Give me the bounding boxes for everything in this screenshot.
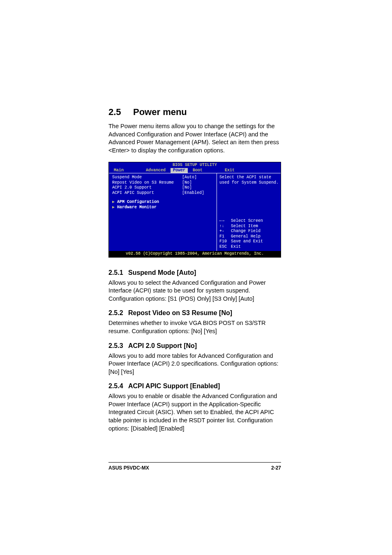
- subsection-body: Allows you to add more tables for Advanc…: [108, 352, 281, 376]
- bios-options-pane: Suspend Mode [Auto] Repost Video on S3 R…: [109, 173, 217, 251]
- key-icon: ESC: [219, 244, 231, 250]
- subsection-number: 2.5.2: [108, 309, 128, 317]
- tab-main[interactable]: Main: [111, 168, 126, 173]
- tab-advanced[interactable]: Advanced: [143, 168, 168, 173]
- bios-option-label: Repost Video on S3 Resume: [112, 180, 182, 186]
- bios-option-label: ACPI 2.0 Support: [112, 185, 182, 191]
- triangle-icon: ▶: [112, 200, 115, 204]
- bios-help-pane: Select the ACPI state used for System Su…: [217, 173, 281, 251]
- tab-power[interactable]: Power: [171, 168, 188, 173]
- subsection-body: Determines whether to invoke VGA BIOS PO…: [108, 319, 281, 335]
- triangle-icon: ▶: [112, 205, 115, 210]
- bios-option-value: [No]: [182, 180, 192, 186]
- key-desc: Select Item: [231, 224, 258, 228]
- bios-window: BIOS SETUP UTILITY Main Advanced Power B…: [108, 162, 281, 258]
- bios-submenu[interactable]: ▶APM Configuration: [112, 200, 214, 205]
- intro-paragraph: The Power menu items allow you to change…: [108, 122, 281, 154]
- bios-option-row[interactable]: Repost Video on S3 Resume [No]: [112, 180, 214, 186]
- subsection-body: Allows you to select the Advanced Config…: [108, 279, 281, 303]
- bios-tabs: Main Advanced Power Boot Exit: [109, 168, 281, 173]
- subsection-title: Repost Video on S3 Resume [No]: [128, 309, 232, 316]
- bios-submenu-label: Hardware Monitor: [117, 205, 157, 210]
- subsection-number: 2.5.3: [108, 342, 128, 350]
- tab-exit[interactable]: Exit: [222, 168, 237, 173]
- bios-option-row[interactable]: ACPI APIC Support [Enabled]: [112, 191, 214, 196]
- footer-left: ASUS P5VDC-MX: [108, 465, 149, 471]
- key-icon: ←→: [219, 219, 231, 224]
- key-desc: Select Screen: [231, 219, 263, 223]
- subsection-heading: 2.5.1Suspend Mode [Auto]: [108, 269, 281, 276]
- section-title: Power menu: [133, 107, 187, 117]
- page-footer: ASUS P5VDC-MX 2-27: [108, 462, 281, 471]
- bios-option-value: [Auto]: [182, 175, 197, 180]
- bios-submenu[interactable]: ▶Hardware Monitor: [112, 205, 214, 210]
- subsection-heading: 2.5.4ACPI APIC Support [Enabled]: [108, 382, 281, 390]
- subsection-heading: 2.5.3ACPI 2.0 Support [No]: [108, 342, 281, 350]
- key-icon: +-: [219, 229, 231, 234]
- bios-help-text: Select the ACPI state used for System Su…: [219, 175, 279, 185]
- bios-title: BIOS SETUP UTILITY: [109, 162, 281, 168]
- subsection-body: Allows you to enable or disable the Adva…: [108, 392, 281, 433]
- subsection-title: ACPI 2.0 Support [No]: [128, 342, 197, 349]
- footer-right: 2-27: [271, 465, 281, 471]
- key-icon: F10: [219, 239, 231, 244]
- key-icon: ↑↓: [219, 224, 231, 229]
- bios-option-value: [Enabled]: [182, 191, 204, 196]
- bios-option-row[interactable]: Suspend Mode [Auto]: [112, 175, 214, 180]
- tab-boot[interactable]: Boot: [190, 168, 205, 173]
- bios-key-legend: ←→Select Screen ↑↓Select Item +-Change F…: [219, 219, 279, 249]
- key-icon: F1: [219, 234, 231, 240]
- bios-footer: v02.58 (C)Copyright 1985-2004, American …: [109, 251, 281, 257]
- subsection-heading: 2.5.2Repost Video on S3 Resume [No]: [108, 309, 281, 317]
- key-desc: Exit: [231, 244, 241, 249]
- section-heading: 2.5Power menu: [108, 107, 281, 117]
- section-number: 2.5: [108, 107, 133, 117]
- subsection-title: Suspend Mode [Auto]: [128, 269, 196, 276]
- subsection-number: 2.5.1: [108, 269, 128, 276]
- key-desc: Save and Exit: [231, 239, 263, 244]
- bios-option-value: [No]: [182, 185, 192, 191]
- key-desc: Change Field: [231, 229, 261, 233]
- subsection-number: 2.5.4: [108, 382, 128, 390]
- key-desc: General Help: [231, 234, 261, 239]
- bios-submenu-label: APM Configuration: [117, 200, 159, 204]
- bios-option-row[interactable]: ACPI 2.0 Support [No]: [112, 185, 214, 191]
- subsection-title: ACPI APIC Support [Enabled]: [128, 382, 220, 389]
- bios-option-label: ACPI APIC Support: [112, 191, 182, 196]
- bios-option-label: Suspend Mode: [112, 175, 182, 180]
